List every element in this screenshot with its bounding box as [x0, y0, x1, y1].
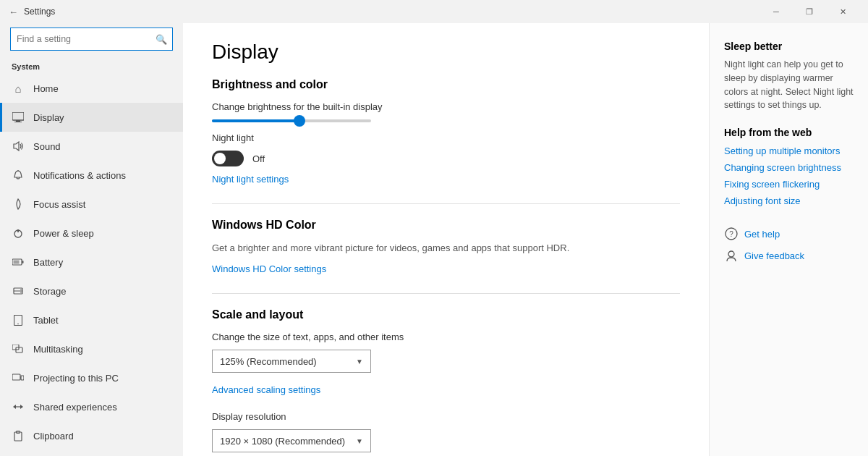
power-icon — [12, 227, 25, 240]
resolution-dropdown[interactable]: 1920 × 1080 (Recommended) ▼ — [212, 429, 371, 452]
brightness-slider-track[interactable] — [212, 119, 371, 122]
storage-icon — [12, 284, 25, 297]
svg-rect-19 — [21, 376, 24, 380]
sidebar-item-label-battery: Battery — [33, 257, 63, 268]
svg-rect-18 — [12, 374, 20, 380]
notifications-icon — [12, 169, 25, 182]
sidebar-item-label-focus: Focus assist — [33, 199, 85, 210]
sidebar-section-label: System — [0, 58, 183, 74]
feedback-action[interactable]: Give feedback — [724, 248, 854, 263]
svg-rect-1 — [16, 120, 20, 122]
svg-point-15 — [17, 323, 19, 324]
feedback-icon — [724, 248, 739, 263]
sidebar-item-label-shared: Shared experiences — [33, 402, 117, 413]
shared-icon — [12, 400, 25, 413]
search-container: 🔍 — [0, 23, 183, 58]
feedback-label[interactable]: Give feedback — [744, 250, 804, 261]
brightness-slider-container — [212, 119, 680, 122]
night-light-state: Off — [252, 153, 265, 164]
sidebar-item-label-home: Home — [33, 83, 59, 94]
clipboard-icon — [12, 429, 25, 442]
search-box — [10, 28, 173, 51]
sidebar: 🔍 System ⌂ Home Display Sound Notific — [0, 23, 183, 456]
main-content: Display Brightness and color Change brig… — [183, 23, 709, 456]
sidebar-item-label-storage: Storage — [33, 286, 67, 297]
help-link-0[interactable]: Setting up multiple monitors — [724, 145, 854, 156]
sidebar-item-home[interactable]: ⌂ Home — [0, 74, 183, 103]
sidebar-item-projecting[interactable]: Projecting to this PC — [0, 363, 183, 392]
home-icon: ⌂ — [12, 82, 25, 95]
svg-point-12 — [20, 289, 22, 290]
hd-color-desc: Get a brighter and more vibrant picture … — [212, 242, 660, 255]
projecting-icon — [12, 371, 25, 384]
sidebar-item-label-power: Power & sleep — [33, 228, 94, 239]
back-icon[interactable]: ← — [9, 7, 18, 17]
svg-rect-0 — [12, 112, 24, 120]
advanced-scaling-link[interactable]: Advanced scaling settings — [212, 384, 320, 395]
help-link-2[interactable]: Fixing screen flickering — [724, 179, 854, 190]
sidebar-item-battery[interactable]: Battery — [0, 248, 183, 276]
size-dropdown-value: 125% (Recommended) — [220, 356, 317, 367]
get-help-action[interactable]: ? Get help — [724, 227, 854, 241]
resolution-label: Display resolution — [212, 411, 680, 422]
svg-rect-2 — [14, 122, 22, 122]
hd-color-section-title: Windows HD Color — [212, 219, 680, 232]
sidebar-item-sound[interactable]: Sound — [0, 132, 183, 161]
resolution-dropdown-container: 1920 × 1080 (Recommended) ▼ — [212, 429, 680, 452]
svg-point-26 — [728, 251, 734, 257]
sidebar-item-multitasking[interactable]: Multitasking — [0, 334, 183, 363]
size-label: Change the size of text, apps, and other… — [212, 332, 680, 342]
brightness-slider-thumb[interactable] — [294, 115, 305, 127]
titlebar-left: ← Settings — [9, 7, 55, 17]
sidebar-item-clipboard[interactable]: Clipboard — [0, 421, 183, 450]
sidebar-item-label-clipboard: Clipboard — [33, 431, 74, 442]
titlebar-controls: ─ ❐ ✕ — [760, 0, 859, 23]
sidebar-item-tablet[interactable]: Tablet — [0, 305, 183, 334]
sidebar-item-label-tablet: Tablet — [33, 315, 59, 326]
help-section-title: Help from the web — [724, 127, 854, 138]
search-wrapper: 🔍 — [10, 28, 173, 51]
battery-icon — [12, 256, 25, 269]
svg-rect-9 — [14, 261, 20, 264]
close-button[interactable]: ✕ — [826, 0, 859, 23]
sidebar-item-focus[interactable]: Focus assist — [0, 190, 183, 219]
night-light-label: Night light — [212, 132, 680, 143]
sidebar-item-notifications[interactable]: Notifications & actions — [0, 161, 183, 190]
sidebar-item-label-multitasking: Multitasking — [33, 344, 83, 355]
sidebar-item-display[interactable]: Display — [0, 103, 183, 132]
sidebar-item-storage[interactable]: Storage — [0, 276, 183, 305]
get-help-icon: ? — [724, 227, 739, 241]
brightness-label: Change brightness for the built-in displ… — [212, 101, 680, 112]
app-container: 🔍 System ⌂ Home Display Sound Notific — [0, 23, 868, 456]
search-icon: 🔍 — [156, 34, 167, 45]
focus-icon — [12, 198, 25, 211]
resolution-dropdown-arrow: ▼ — [356, 437, 363, 445]
night-light-toggle[interactable] — [212, 151, 244, 166]
get-help-label[interactable]: Get help — [744, 229, 780, 240]
sidebar-item-label-display: Display — [33, 112, 64, 123]
sidebar-item-power[interactable]: Power & sleep — [0, 219, 183, 248]
size-dropdown-arrow: ▼ — [356, 358, 363, 366]
night-light-row: Off — [212, 151, 680, 166]
sidebar-item-shared[interactable]: Shared experiences — [0, 392, 183, 421]
brightness-section-title: Brightness and color — [212, 78, 680, 91]
night-light-settings-link[interactable]: Night light settings — [212, 174, 289, 185]
brightness-slider-fill — [212, 119, 299, 122]
tablet-icon — [12, 313, 25, 326]
page-title: Display — [212, 41, 680, 64]
hd-color-settings-link[interactable]: Windows HD Color settings — [212, 263, 326, 274]
svg-rect-8 — [22, 261, 24, 263]
divider-1 — [212, 203, 680, 204]
sound-icon — [12, 140, 25, 153]
search-input[interactable] — [17, 34, 150, 44]
svg-point-13 — [20, 292, 22, 293]
minimize-button[interactable]: ─ — [760, 0, 793, 23]
toggle-knob — [214, 153, 226, 164]
sidebar-item-label-sound: Sound — [33, 141, 61, 152]
maximize-button[interactable]: ❐ — [793, 0, 826, 23]
size-dropdown[interactable]: 125% (Recommended) ▼ — [212, 350, 371, 373]
help-link-3[interactable]: Adjusting font size — [724, 195, 854, 206]
titlebar: ← Settings ─ ❐ ✕ — [0, 0, 868, 23]
help-link-1[interactable]: Changing screen brightness — [724, 162, 854, 173]
svg-marker-3 — [14, 142, 19, 151]
